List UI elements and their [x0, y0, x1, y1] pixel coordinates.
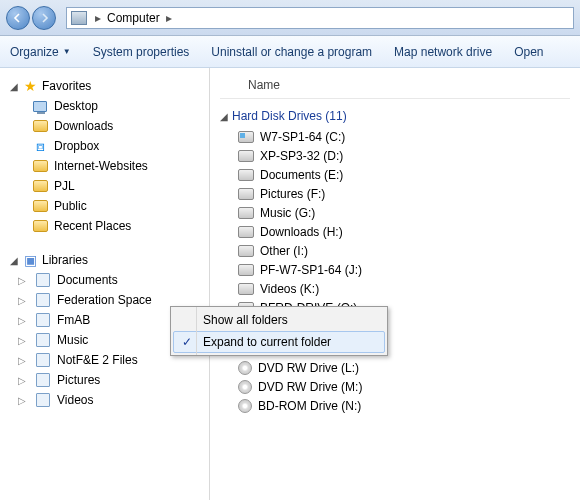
drive-label: Music (G:) [260, 206, 315, 220]
drive-label: Downloads (H:) [260, 225, 343, 239]
drive-item[interactable]: W7-SP1-64 (C:) [220, 127, 570, 146]
drive-icon [238, 226, 254, 238]
sidebar-item[interactable]: Desktop [4, 96, 205, 116]
libraries-icon: ▣ [22, 252, 38, 268]
back-button[interactable] [6, 6, 30, 30]
drive-icon [238, 264, 254, 276]
drive-label: W7-SP1-64 (C:) [260, 130, 345, 144]
sidebar-item[interactable]: PJL [4, 176, 205, 196]
folder-icon [32, 178, 48, 194]
expand-icon[interactable]: ▷ [18, 275, 27, 286]
drive-item[interactable]: PF-W7-SP1-64 (J:) [220, 260, 570, 279]
drive-label: BD-ROM Drive (N:) [258, 399, 361, 413]
dropbox-icon: ⧈ [32, 138, 48, 154]
disc-icon [238, 380, 252, 394]
breadcrumb-separator-icon[interactable]: ▸ [93, 11, 103, 25]
disc-icon [238, 399, 252, 413]
drive-label: Videos (K:) [260, 282, 319, 296]
drive-icon [238, 283, 254, 295]
favorites-header[interactable]: ◢ ★ Favorites [4, 76, 205, 96]
category-hard-disk-drives[interactable]: ◢ Hard Disk Drives (11) [220, 105, 570, 127]
drive-item[interactable]: Other (I:) [220, 241, 570, 260]
drive-item[interactable]: XP-SP3-32 (D:) [220, 146, 570, 165]
map-network-drive-button[interactable]: Map network drive [394, 45, 492, 59]
sidebar-item[interactable]: ▷Documents [4, 270, 205, 290]
drive-icon [238, 131, 254, 143]
sidebar-item-label: Documents [57, 273, 118, 287]
library-icon [35, 332, 51, 348]
navigation-pane[interactable]: ◢ ★ Favorites DesktopDownloads⧈DropboxIn… [0, 68, 210, 500]
library-icon [35, 272, 51, 288]
drive-item[interactable]: Videos (K:) [220, 279, 570, 298]
drive-item[interactable]: BD-ROM Drive (N:) [220, 396, 570, 415]
expand-icon[interactable]: ▷ [18, 355, 27, 366]
collapse-icon: ◢ [220, 111, 228, 122]
folder-icon [32, 198, 48, 214]
sidebar-item-label: Pictures [57, 373, 100, 387]
sidebar-item[interactable]: ▷Pictures [4, 370, 205, 390]
expand-icon[interactable]: ▷ [18, 335, 27, 346]
disc-icon [238, 361, 252, 375]
drive-item[interactable]: DVD RW Drive (M:) [220, 377, 570, 396]
breadcrumb-location[interactable]: Computer [103, 11, 164, 25]
drive-item[interactable]: Pictures (F:) [220, 184, 570, 203]
sidebar-item-label: Federation Space [57, 293, 152, 307]
sidebar-item[interactable]: Recent Places [4, 216, 205, 236]
expand-icon[interactable]: ▷ [18, 295, 27, 306]
sidebar-item-label: Recent Places [54, 219, 131, 233]
menu-show-all-folders[interactable]: Show all folders [173, 309, 385, 331]
sidebar-item-label: Downloads [54, 119, 113, 133]
computer-icon [71, 11, 87, 25]
titlebar: ▸ Computer ▸ [0, 0, 580, 36]
drive-item[interactable]: Documents (E:) [220, 165, 570, 184]
address-bar[interactable]: ▸ Computer ▸ [66, 7, 574, 29]
libraries-header[interactable]: ◢ ▣ Libraries [4, 250, 205, 270]
favorites-group: ◢ ★ Favorites DesktopDownloads⧈DropboxIn… [4, 76, 205, 236]
drive-icon [238, 169, 254, 181]
folder-icon [32, 118, 48, 134]
library-icon [35, 292, 51, 308]
desktop-icon [32, 98, 48, 114]
uninstall-button[interactable]: Uninstall or change a program [211, 45, 372, 59]
organize-button[interactable]: Organize▼ [10, 45, 71, 59]
expand-icon[interactable]: ▷ [18, 315, 27, 326]
sidebar-item-label: Public [54, 199, 87, 213]
sidebar-item-label: Videos [57, 393, 93, 407]
sidebar-item-label: Dropbox [54, 139, 99, 153]
chevron-down-icon: ▼ [63, 47, 71, 56]
drive-icon [238, 150, 254, 162]
system-properties-button[interactable]: System properties [93, 45, 190, 59]
check-icon: ✓ [177, 335, 197, 349]
drive-label: Documents (E:) [260, 168, 343, 182]
breadcrumb-separator-icon[interactable]: ▸ [164, 11, 174, 25]
sidebar-item[interactable]: Internet-Websites [4, 156, 205, 176]
expand-icon[interactable]: ▷ [18, 395, 27, 406]
library-icon [35, 372, 51, 388]
forward-button[interactable] [32, 6, 56, 30]
folder-icon [32, 158, 48, 174]
sidebar-item[interactable]: ▷Videos [4, 390, 205, 410]
sidebar-item[interactable]: Downloads [4, 116, 205, 136]
drive-icon [238, 207, 254, 219]
sidebar-item[interactable]: Public [4, 196, 205, 216]
drive-label: Pictures (F:) [260, 187, 325, 201]
sidebar-item-label: Music [57, 333, 88, 347]
expand-icon[interactable]: ▷ [18, 375, 27, 386]
sidebar-item-label: FmAB [57, 313, 90, 327]
drive-item[interactable]: DVD RW Drive (L:) [220, 358, 570, 377]
sidebar-item[interactable]: ⧈Dropbox [4, 136, 205, 156]
drive-label: DVD RW Drive (L:) [258, 361, 359, 375]
drive-icon [238, 188, 254, 200]
collapse-icon[interactable]: ◢ [10, 81, 22, 92]
column-header-name[interactable]: Name [220, 74, 570, 99]
collapse-icon[interactable]: ◢ [10, 255, 22, 266]
open-button[interactable]: Open [514, 45, 543, 59]
drive-label: PF-W7-SP1-64 (J:) [260, 263, 362, 277]
drive-item[interactable]: Music (G:) [220, 203, 570, 222]
menu-expand-to-current-folder[interactable]: ✓ Expand to current folder [173, 331, 385, 353]
content-pane[interactable]: Name ◢ Hard Disk Drives (11) W7-SP1-64 (… [210, 68, 580, 500]
drive-item[interactable]: Downloads (H:) [220, 222, 570, 241]
sidebar-item-label: NotF&E 2 Files [57, 353, 138, 367]
library-icon [35, 312, 51, 328]
star-icon: ★ [22, 78, 38, 94]
